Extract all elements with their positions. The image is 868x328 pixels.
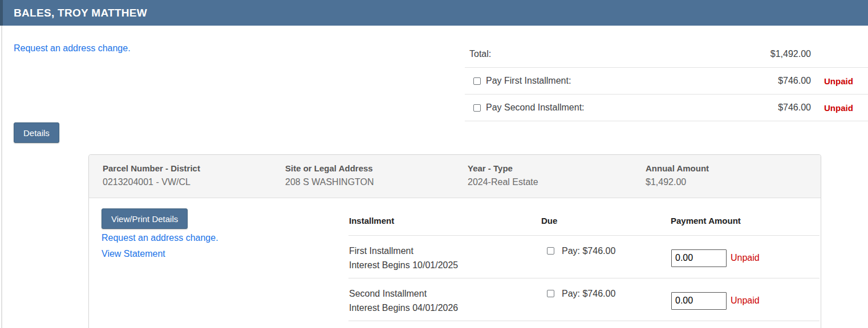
- second-installment-table-row: Second Installment Interest Begins 04/01…: [348, 278, 820, 321]
- payment-summary-table: Total: $1,492.00 Pay First Installment: …: [465, 41, 868, 121]
- annual-amount-label: Annual Amount: [646, 163, 807, 173]
- due-column-header: Due: [541, 216, 671, 226]
- parcel-number-value: 0213204001 - VW/CL: [103, 177, 285, 187]
- taxpayer-header-bar: BALES, TROY MATTHEW: [0, 0, 868, 26]
- second-installment-name-cell: Second Installment Interest Begins 04/01…: [348, 286, 541, 315]
- first-installment-due-amount: Pay: $746.00: [562, 246, 615, 256]
- installment-table-header: Installment Due Payment Amount: [348, 198, 820, 236]
- pay-first-installment-row: Pay First Installment: $746.00 Unpaid: [465, 68, 868, 95]
- total-label: Total:: [465, 49, 770, 59]
- details-button[interactable]: Details: [14, 122, 59, 143]
- pay-first-installment-checkbox[interactable]: [473, 77, 481, 85]
- first-installment-interest-date: Interest Begins 10/01/2025: [349, 258, 541, 272]
- site-address-label: Site or Legal Address: [285, 163, 468, 173]
- year-type-value: 2024-Real Estate: [468, 177, 646, 187]
- second-installment-status-badge: Unpaid: [811, 103, 868, 113]
- first-installment-status-badge: Unpaid: [811, 76, 868, 86]
- request-address-change-link[interactable]: Request an address change.: [14, 43, 131, 54]
- parcel-number-label: Parcel Number - District: [103, 163, 285, 173]
- parcel-details-body: View/Print Details Request an address ch…: [89, 198, 821, 328]
- installment-table: Installment Due Payment Amount First Ins…: [348, 198, 820, 321]
- first-installment-table-row: First Installment Interest Begins 10/01/…: [348, 236, 820, 278]
- annual-amount-field: Annual Amount $1,492.00: [646, 163, 807, 198]
- second-installment-pay-checkbox[interactable]: [547, 290, 554, 297]
- taxpayer-name-title: BALES, TROY MATTHEW: [14, 7, 147, 19]
- year-type-label: Year - Type: [468, 163, 646, 173]
- view-print-details-button[interactable]: View/Print Details: [102, 208, 188, 229]
- first-installment-pay-checkbox[interactable]: [547, 247, 554, 255]
- pay-second-installment-checkbox[interactable]: [473, 104, 481, 112]
- page-left-border: [1, 26, 2, 328]
- first-installment-name-cell: First Installment Interest Begins 10/01/…: [348, 244, 541, 272]
- first-installment-row-status: Unpaid: [731, 253, 760, 263]
- second-installment-due-amount: Pay: $746.00: [562, 289, 615, 299]
- second-installment-payment-input[interactable]: [671, 292, 727, 310]
- parcel-details-card: Parcel Number - District 0213204001 - VW…: [88, 154, 821, 328]
- year-type-field: Year - Type 2024-Real Estate: [468, 163, 646, 198]
- site-address-field: Site or Legal Address 208 S WASHINGTON: [285, 163, 468, 198]
- parcel-number-field: Parcel Number - District 0213204001 - VW…: [103, 163, 285, 198]
- second-installment-interest-date: Interest Begins 04/01/2026: [349, 301, 541, 315]
- pay-second-installment-row: Pay Second Installment: $746.00 Unpaid: [465, 95, 868, 121]
- pay-second-installment-label: Pay Second Installment:: [486, 102, 585, 113]
- pay-first-installment-label: Pay First Installment:: [486, 76, 571, 86]
- payment-amount-column-header: Payment Amount: [671, 216, 820, 226]
- total-amount: $1,492.00: [770, 49, 811, 59]
- installment-column-header: Installment: [348, 216, 541, 226]
- parcel-summary-header: Parcel Number - District 0213204001 - VW…: [89, 155, 821, 198]
- first-installment-name: First Installment: [349, 244, 541, 258]
- site-address-value: 208 S WASHINGTON: [285, 177, 468, 187]
- second-installment-amount: $746.00: [778, 102, 811, 113]
- second-installment-row-status: Unpaid: [731, 296, 760, 306]
- card-request-address-change-link[interactable]: Request an address change.: [102, 233, 218, 243]
- first-installment-amount: $746.00: [778, 76, 811, 86]
- first-installment-payment-input[interactable]: [671, 249, 727, 267]
- view-statement-link[interactable]: View Statement: [102, 249, 165, 259]
- total-row: Total: $1,492.00: [465, 41, 868, 68]
- annual-amount-value: $1,492.00: [646, 177, 807, 187]
- second-installment-name: Second Installment: [349, 286, 541, 301]
